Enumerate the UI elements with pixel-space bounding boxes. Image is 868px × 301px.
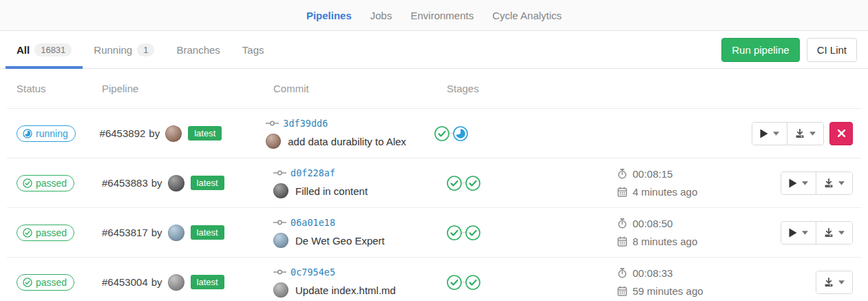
download-artifacts-button[interactable]: [816, 222, 852, 244]
nav-pipelines[interactable]: Pipelines: [306, 10, 352, 21]
cancel-pipeline-button[interactable]: [829, 122, 853, 145]
commit-icon: [273, 169, 286, 177]
commit-sha-link[interactable]: 0c7954e5: [290, 267, 335, 278]
stage-2-icon[interactable]: [465, 176, 480, 191]
commit-sha-link[interactable]: d0f228af: [290, 167, 335, 178]
commit-sha-link[interactable]: 3df39dd6: [283, 118, 328, 129]
commit-cell: 06a01e18 De Wet Geo Expert: [264, 217, 437, 248]
status-label: running: [36, 128, 68, 139]
pipeline-cell: #6453883 by latest: [92, 175, 264, 191]
pipeline-id-link[interactable]: #6453817: [102, 227, 148, 238]
commit-message-link[interactable]: add data durability to Alex: [288, 136, 406, 147]
stage-2-icon[interactable]: [465, 225, 480, 240]
chevron-down-icon: [838, 231, 845, 235]
commit-author-avatar[interactable]: [266, 134, 281, 149]
running-icon: [23, 129, 32, 138]
passed-icon: [23, 228, 32, 238]
actions-button-group: [816, 271, 853, 294]
commit-message-line: add data durability to Alex: [266, 134, 425, 149]
time-ago-line: 59 minutes ago: [617, 285, 764, 297]
status-badge[interactable]: passed: [17, 274, 74, 291]
filter-tabs: All 16831 Running 1 Branches Tags: [6, 31, 275, 68]
latest-badge: latest: [188, 126, 222, 141]
close-icon: [838, 129, 845, 137]
pipelines-table: Status Pipeline Commit Stages running #6…: [7, 69, 861, 301]
chevron-down-icon: [773, 132, 779, 136]
play-icon: [789, 228, 797, 238]
commit-author-avatar[interactable]: [273, 183, 288, 198]
download-artifacts-button[interactable]: [816, 172, 852, 194]
nav-cycle-analytics[interactable]: Cycle Analytics: [492, 10, 562, 21]
calendar-icon: [617, 187, 627, 197]
tab-all[interactable]: All 16831: [6, 31, 83, 68]
pipeline-row: running #6453892 by latest 3df39dd6 add …: [7, 109, 861, 158]
manual-actions-button[interactable]: [781, 172, 816, 194]
status-label: passed: [36, 277, 67, 288]
commit-sha-link[interactable]: 06a01e18: [290, 217, 335, 228]
nav-environments[interactable]: Environments: [410, 10, 474, 21]
stage-1-icon[interactable]: [434, 126, 449, 141]
stage-2-icon[interactable]: [465, 275, 480, 290]
status-cell: passed: [7, 274, 92, 291]
header-pipeline: Pipeline: [92, 83, 264, 94]
status-badge[interactable]: running: [17, 125, 76, 142]
pipeline-cell: #6453892 by latest: [90, 125, 257, 142]
tab-running[interactable]: Running 1: [83, 31, 165, 68]
calendar-icon: [617, 286, 627, 296]
chevron-down-icon: [838, 280, 845, 284]
pipeline-id-link[interactable]: #6453883: [102, 177, 148, 189]
download-icon: [824, 228, 834, 238]
pipeline-cell: #6453817 by latest: [92, 225, 264, 241]
toolbar-actions: Run pipeline CI Lint: [721, 31, 857, 68]
table-header: Status Pipeline Commit Stages: [7, 69, 861, 109]
manual-actions-button[interactable]: [752, 123, 787, 145]
stage-2-icon[interactable]: [453, 126, 468, 141]
actions-cell: [764, 271, 861, 294]
tab-all-label: All: [17, 44, 30, 56]
commit-author-avatar[interactable]: [273, 282, 288, 298]
manual-actions-button[interactable]: [781, 222, 816, 244]
tab-branches[interactable]: Branches: [165, 31, 231, 68]
commit-sha-line: d0f228af: [273, 167, 437, 178]
stage-1-icon[interactable]: [447, 225, 462, 240]
by-label: by: [149, 127, 160, 139]
status-cell: passed: [7, 225, 92, 241]
run-pipeline-button[interactable]: Run pipeline: [721, 38, 799, 62]
download-icon: [795, 129, 805, 138]
commit-author-avatar[interactable]: [273, 233, 288, 248]
chevron-down-icon: [802, 181, 808, 185]
triggerer-avatar[interactable]: [165, 125, 182, 142]
commit-message-line: Update index.html.md: [273, 282, 437, 298]
stage-1-icon[interactable]: [447, 275, 462, 290]
commit-cell: 0c7954e5 Update index.html.md: [264, 267, 437, 298]
stage-1-icon[interactable]: [447, 176, 462, 191]
chevron-down-icon: [809, 132, 816, 136]
passed-icon: [23, 278, 32, 287]
commit-message-link[interactable]: Filled in content: [295, 185, 368, 197]
by-label: by: [151, 276, 162, 288]
status-badge[interactable]: passed: [17, 225, 74, 241]
download-artifacts-button[interactable]: [816, 271, 852, 293]
commit-cell: d0f228af Filled in content: [264, 167, 437, 198]
status-cell: passed: [7, 175, 92, 191]
tab-tags[interactable]: Tags: [231, 31, 275, 68]
nav-jobs[interactable]: Jobs: [370, 10, 392, 21]
stages-cell: [437, 225, 608, 240]
commit-sha-line: 3df39dd6: [266, 118, 425, 129]
pipeline-row: passed #6453883 by latest d0f228af Fille…: [7, 158, 861, 208]
triggerer-avatar[interactable]: [168, 175, 184, 191]
status-badge[interactable]: passed: [17, 175, 74, 191]
triggerer-avatar[interactable]: [168, 274, 184, 291]
pipeline-id-link[interactable]: #6453892: [100, 127, 146, 139]
time-ago-line: 4 minutes ago: [617, 186, 764, 198]
pipeline-id-link[interactable]: #6453004: [102, 276, 148, 288]
commit-message-link[interactable]: De Wet Geo Expert: [295, 235, 385, 247]
pipeline-cell: #6453004 by latest: [92, 274, 264, 291]
stopwatch-icon: [617, 218, 627, 229]
download-artifacts-button[interactable]: [787, 123, 823, 145]
header-status: Status: [7, 83, 92, 94]
actions-cell: [742, 122, 861, 145]
commit-message-link[interactable]: Update index.html.md: [295, 284, 396, 296]
ci-lint-button[interactable]: CI Lint: [807, 38, 857, 62]
triggerer-avatar[interactable]: [168, 225, 184, 241]
